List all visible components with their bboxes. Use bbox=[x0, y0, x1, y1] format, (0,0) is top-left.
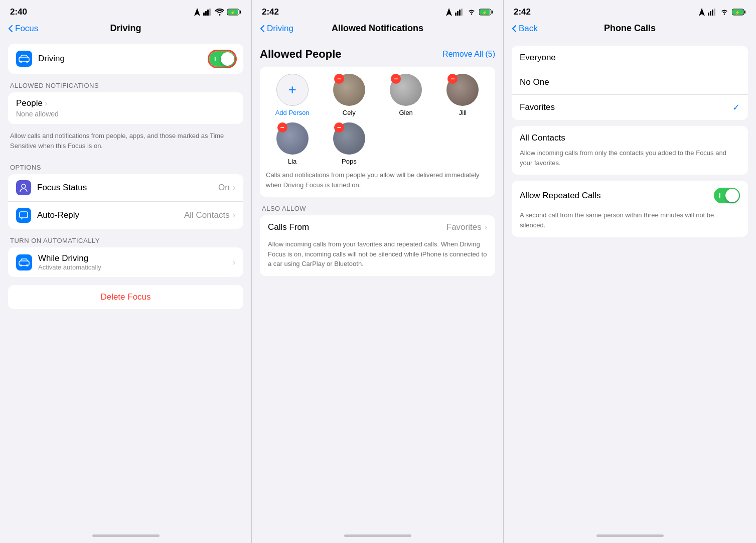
svg-rect-18 bbox=[459, 10, 461, 16]
nav-back-2[interactable]: Driving bbox=[260, 24, 293, 34]
repeated-calls-row: Allow Repeated Calls I bbox=[512, 181, 748, 210]
remove-badge-lia[interactable]: − bbox=[277, 122, 287, 132]
pc-row-everyone[interactable]: Everyone bbox=[512, 46, 748, 70]
avatar-lia: − Lia bbox=[266, 122, 319, 165]
remove-badge-glen[interactable]: − bbox=[391, 74, 401, 84]
avatar-name-jill: Jill bbox=[459, 109, 467, 116]
while-driving-title: While Driving bbox=[38, 253, 233, 263]
people-row[interactable]: People › None allowed bbox=[8, 92, 243, 124]
all-contacts-desc: Allow incoming calls from only the conta… bbox=[512, 146, 748, 175]
options-card: Focus Status On › Auto-Reply All Contact… bbox=[8, 174, 243, 229]
options-label: OPTIONS bbox=[10, 164, 243, 171]
car-icon bbox=[19, 55, 30, 63]
people-sub: None allowed bbox=[16, 110, 235, 118]
toggle-i-label-3: I bbox=[719, 192, 721, 199]
pc-check-favorites: ✓ bbox=[732, 102, 740, 113]
avatar-name-lia: Lia bbox=[288, 158, 296, 165]
while-driving-icon bbox=[16, 254, 32, 270]
svg-rect-25 bbox=[710, 11, 711, 16]
nav-back-label-2: Driving bbox=[267, 24, 293, 34]
avatar-name-glen: Glen bbox=[399, 109, 412, 116]
home-indicator-2 bbox=[344, 534, 411, 537]
toggle-knob-3 bbox=[725, 189, 739, 202]
nav-bar-2: Driving Allowed Notifications bbox=[252, 21, 503, 40]
nav-bar-3: Back Phone Calls bbox=[504, 21, 756, 40]
avatar-cely: − Cely bbox=[323, 74, 375, 116]
focus-status-row[interactable]: Focus Status On › bbox=[8, 174, 243, 202]
svg-rect-27 bbox=[714, 9, 715, 16]
delete-focus-card: Delete Focus bbox=[8, 285, 243, 309]
avatar-glen: − Glen bbox=[380, 74, 432, 116]
signal-icon-3 bbox=[708, 9, 717, 16]
auto-reply-row[interactable]: Auto-Reply All Contacts › bbox=[8, 202, 243, 229]
while-driving-sub: Activate automatically bbox=[38, 263, 233, 271]
svg-rect-16 bbox=[455, 13, 457, 16]
pc-row-favorites[interactable]: Favorites ✓ bbox=[512, 95, 748, 120]
allowed-people-title: Allowed People bbox=[260, 48, 342, 61]
chevron-left-icon bbox=[8, 25, 13, 33]
add-person-circle[interactable]: + bbox=[276, 74, 309, 106]
battery-icon: ⚡ bbox=[227, 9, 241, 16]
people-title-row: People › bbox=[16, 98, 235, 108]
allowed-notifications-label: ALLOWED NOTIFICATIONS bbox=[10, 82, 243, 89]
pc-label-no-one: No One bbox=[520, 77, 740, 87]
status-time-3: 2:42 bbox=[514, 7, 531, 17]
people-chevron: › bbox=[45, 99, 47, 108]
driving-row: Driving I bbox=[8, 44, 243, 74]
svg-rect-26 bbox=[712, 10, 713, 16]
also-allow-label: ALSO ALLOW bbox=[262, 205, 495, 212]
svg-point-10 bbox=[26, 61, 28, 63]
remove-all-button[interactable]: Remove All (5) bbox=[442, 50, 495, 59]
wifi-icon-2 bbox=[467, 9, 476, 16]
panel-phone-calls: 2:42 ⚡ Back Phone Calls bbox=[504, 0, 756, 543]
pc-row-no-one[interactable]: No One bbox=[512, 70, 748, 95]
content-2: Allowed People Remove All (5) + Add Pers… bbox=[252, 40, 503, 530]
nav-back-3[interactable]: Back bbox=[512, 24, 538, 34]
avatar-circle-glen: − bbox=[390, 74, 422, 106]
nav-bar-1: Focus Driving bbox=[0, 21, 251, 40]
wifi-icon bbox=[215, 9, 224, 16]
pc-label-favorites: Favorites bbox=[520, 102, 732, 112]
add-person-label: Add Person bbox=[275, 109, 310, 116]
repeated-calls-toggle[interactable]: I bbox=[714, 188, 740, 203]
repeated-calls-card: Allow Repeated Calls I A second call fro… bbox=[512, 181, 748, 237]
auto-reply-chevron: › bbox=[233, 211, 235, 220]
driving-toggle[interactable]: I bbox=[209, 51, 235, 67]
avatar-circle-cely: − bbox=[333, 74, 365, 106]
people-card: People › None allowed bbox=[8, 92, 243, 124]
calls-from-value: Favorites bbox=[446, 222, 482, 232]
chevron-left-icon-3 bbox=[512, 25, 517, 33]
while-driving-row[interactable]: While Driving Activate automatically › bbox=[8, 247, 243, 277]
nav-title-3: Phone Calls bbox=[604, 23, 656, 34]
phone-calls-options-card: Everyone No One Favorites ✓ bbox=[512, 46, 748, 120]
turn-on-label: TURN ON AUTOMATICALLY bbox=[10, 237, 243, 244]
delete-focus-button[interactable]: Delete Focus bbox=[8, 285, 243, 309]
while-driving-text: While Driving Activate automatically bbox=[38, 253, 233, 271]
avatars-card: + Add Person − Cely − bbox=[260, 67, 495, 197]
calls-from-row[interactable]: Calls From Favorites › bbox=[260, 215, 495, 239]
nav-title-2: Allowed Notifications bbox=[332, 23, 423, 34]
chevron-left-icon-2 bbox=[260, 25, 265, 33]
repeated-calls-label: Allow Repeated Calls bbox=[520, 191, 714, 201]
driving-card: Driving I bbox=[8, 44, 243, 74]
svg-rect-3 bbox=[209, 9, 211, 16]
add-person-item[interactable]: + Add Person bbox=[266, 74, 319, 116]
all-contacts-row[interactable]: All Contacts bbox=[512, 126, 748, 146]
auto-reply-value: All Contacts bbox=[184, 210, 230, 220]
while-driving-card: While Driving Activate automatically › bbox=[8, 247, 243, 277]
nav-back-1[interactable]: Focus bbox=[8, 24, 38, 34]
nav-title-1: Driving bbox=[110, 23, 141, 34]
svg-rect-2 bbox=[207, 10, 209, 16]
signal-icon bbox=[203, 9, 212, 16]
location-icon-3 bbox=[699, 8, 705, 16]
all-contacts-label: All Contacts bbox=[520, 133, 565, 143]
avatar-pops: − Pops bbox=[323, 122, 375, 165]
focus-status-icon bbox=[16, 180, 31, 195]
avatar-circle-pops: − bbox=[333, 122, 365, 155]
remove-badge-pops[interactable]: − bbox=[334, 122, 344, 132]
people-label: People bbox=[16, 98, 43, 108]
svg-rect-17 bbox=[457, 11, 459, 16]
calls-from-label: Calls From bbox=[268, 222, 446, 232]
svg-rect-0 bbox=[203, 13, 205, 16]
remove-badge-cely[interactable]: − bbox=[334, 74, 344, 84]
